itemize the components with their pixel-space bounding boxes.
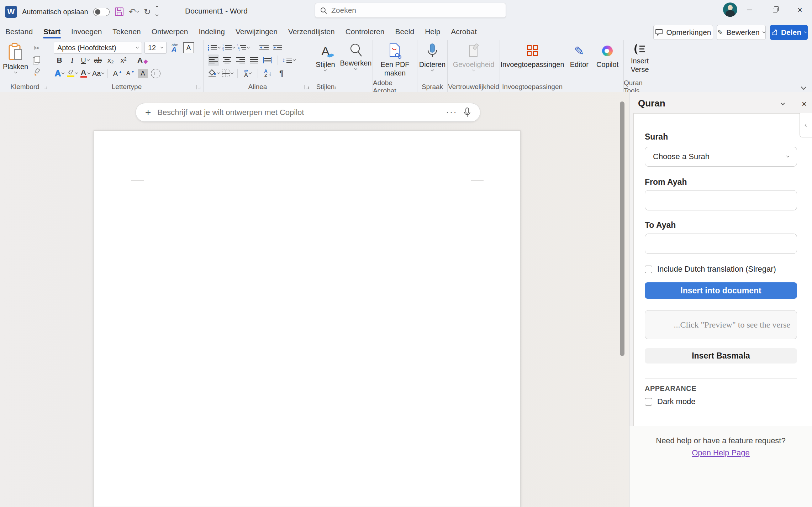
pane-collapse-button[interactable] xyxy=(800,113,812,137)
to-ayah-input[interactable] xyxy=(645,234,797,254)
tab-verzendlijsten[interactable]: Verzendlijsten xyxy=(283,23,340,40)
underline-button[interactable]: U xyxy=(79,54,91,66)
decrease-indent-button[interactable] xyxy=(258,42,270,53)
undo-chevron-icon[interactable] xyxy=(136,10,139,12)
plus-icon[interactable]: + xyxy=(145,107,151,118)
chevron-down-icon xyxy=(804,30,807,33)
document-page[interactable] xyxy=(94,130,521,507)
search-bar[interactable] xyxy=(315,3,506,18)
character-shading-icon: A xyxy=(138,69,148,78)
tab-help[interactable]: Help xyxy=(420,23,445,40)
font-size-select[interactable]: 12 xyxy=(144,42,167,54)
font-dialog-launcher[interactable] xyxy=(196,85,201,89)
clear-formatting-button[interactable]: A xyxy=(137,54,148,66)
sort-button[interactable]: A Z ↓ xyxy=(262,68,274,79)
strikethrough-button[interactable]: ab xyxy=(92,54,104,66)
bold-button[interactable]: B xyxy=(54,54,65,66)
include-translation-checkbox[interactable] xyxy=(645,266,652,273)
increase-indent-button[interactable] xyxy=(272,42,283,53)
comments-button[interactable]: Opmerkingen xyxy=(653,25,713,40)
tab-bestand[interactable]: Bestand xyxy=(0,23,38,40)
copilot-prompt-bar[interactable]: + ··· xyxy=(136,103,480,122)
minimize-button[interactable] xyxy=(742,3,758,17)
subscript-button[interactable]: x₂ xyxy=(105,54,116,66)
from-ayah-input[interactable] xyxy=(645,190,797,210)
numbered-list-button[interactable]: 123 xyxy=(222,42,235,53)
paste-button[interactable]: Plakken xyxy=(0,42,31,82)
character-border-button[interactable]: A xyxy=(183,42,194,53)
styles-button[interactable]: A Stijlen xyxy=(313,42,338,82)
align-left-button[interactable] xyxy=(208,54,219,66)
dark-mode-checkbox[interactable] xyxy=(645,398,652,406)
distribute-button[interactable] xyxy=(262,54,273,66)
character-shading-button[interactable]: A xyxy=(137,68,148,79)
font-color-button[interactable]: A xyxy=(79,68,91,79)
restore-button[interactable] xyxy=(767,3,783,17)
tab-ontwerpen[interactable]: Ontwerpen xyxy=(146,23,194,40)
tab-beeld[interactable]: Beeld xyxy=(390,23,420,40)
editor-button[interactable]: ✎ Editor xyxy=(567,42,591,82)
superscript-button[interactable]: x² xyxy=(118,54,129,66)
shrink-font-button[interactable]: A▾ xyxy=(124,68,136,79)
enclose-characters-button[interactable] xyxy=(150,68,161,79)
dictate-button[interactable]: Dicteren xyxy=(416,42,448,82)
more-options-icon[interactable]: ··· xyxy=(446,107,457,118)
insert-verse-button[interactable]: InsertVerse xyxy=(628,42,652,82)
vertical-scrollbar[interactable] xyxy=(620,101,624,356)
surah-select[interactable]: Choose a Surah xyxy=(645,147,797,167)
format-painter-button[interactable] xyxy=(31,67,42,78)
autosave-toggle[interactable] xyxy=(93,8,110,16)
customize-toolbar-icon[interactable] xyxy=(156,6,158,18)
close-button[interactable]: × xyxy=(792,3,808,17)
font-name-select[interactable]: Aptos (Hoofdtekst) xyxy=(54,42,142,54)
microphone-icon[interactable] xyxy=(464,108,471,117)
highlight-color-button[interactable] xyxy=(67,68,78,79)
italic-button[interactable]: I xyxy=(67,54,78,66)
borders-button[interactable] xyxy=(222,68,233,79)
cut-button[interactable]: ✂ xyxy=(31,42,42,54)
tab-verwijzingen[interactable]: Verwijzingen xyxy=(230,23,283,40)
find-edit-button[interactable]: Bewerken xyxy=(337,42,375,82)
pane-close-button[interactable]: × xyxy=(798,99,810,109)
align-center-button[interactable] xyxy=(221,54,233,66)
redo-button[interactable]: ↻ xyxy=(144,7,151,17)
change-case-button[interactable]: Aa xyxy=(92,68,104,79)
tab-controleren[interactable]: Controleren xyxy=(340,23,390,40)
asian-layout-button[interactable]: ⇄ A xyxy=(242,68,253,79)
open-help-page-link[interactable]: Open Help Page xyxy=(692,448,750,458)
line-spacing-button[interactable]: ↕ xyxy=(282,54,295,66)
paragraph-dialog-launcher[interactable] xyxy=(305,85,309,89)
bullet-list-button[interactable] xyxy=(208,42,220,53)
addins-button[interactable]: Invoegtoepassingen xyxy=(497,42,567,82)
search-input[interactable] xyxy=(331,6,481,15)
tab-invoegen[interactable]: Invoegen xyxy=(66,23,107,40)
collapse-ribbon-icon[interactable] xyxy=(801,84,807,90)
show-formatting-marks-button[interactable]: ¶ xyxy=(276,68,287,79)
clipboard-dialog-launcher[interactable] xyxy=(43,85,47,89)
tab-acrobat[interactable]: Acrobat xyxy=(445,23,482,40)
tab-tekenen[interactable]: Tekenen xyxy=(107,23,146,40)
insert-into-document-button[interactable]: Insert into document xyxy=(645,282,797,299)
tab-start[interactable]: Start xyxy=(38,23,66,40)
copilot-prompt-input[interactable] xyxy=(157,108,439,117)
text-effects-button[interactable]: A xyxy=(54,68,65,79)
tab-indeling[interactable]: Indeling xyxy=(193,23,230,40)
phonetic-guide-button[interactable]: abcA xyxy=(169,42,180,53)
editing-mode-button[interactable]: ✎ Bewerken xyxy=(717,25,766,40)
copilot-button[interactable]: Copilot xyxy=(594,42,621,82)
account-avatar[interactable] xyxy=(723,2,737,17)
undo-button[interactable]: ↶ xyxy=(129,7,139,17)
styles-dialog-launcher[interactable] xyxy=(332,85,336,89)
pane-options-button[interactable] xyxy=(777,99,789,109)
insert-basmala-button[interactable]: Insert Basmala xyxy=(645,348,797,364)
shading-button[interactable] xyxy=(208,68,220,79)
share-button[interactable]: Delen xyxy=(770,25,808,40)
grow-font-button[interactable]: A▴ xyxy=(111,68,123,79)
create-pdf-button[interactable]: Een PDFmaken xyxy=(378,42,412,82)
svg-text:a: a xyxy=(238,47,239,49)
copy-button[interactable] xyxy=(31,54,42,66)
justify-button[interactable] xyxy=(248,54,260,66)
save-icon[interactable] xyxy=(115,7,124,16)
multilevel-list-button[interactable]: 1ai xyxy=(237,42,249,53)
align-right-button[interactable] xyxy=(235,54,246,66)
